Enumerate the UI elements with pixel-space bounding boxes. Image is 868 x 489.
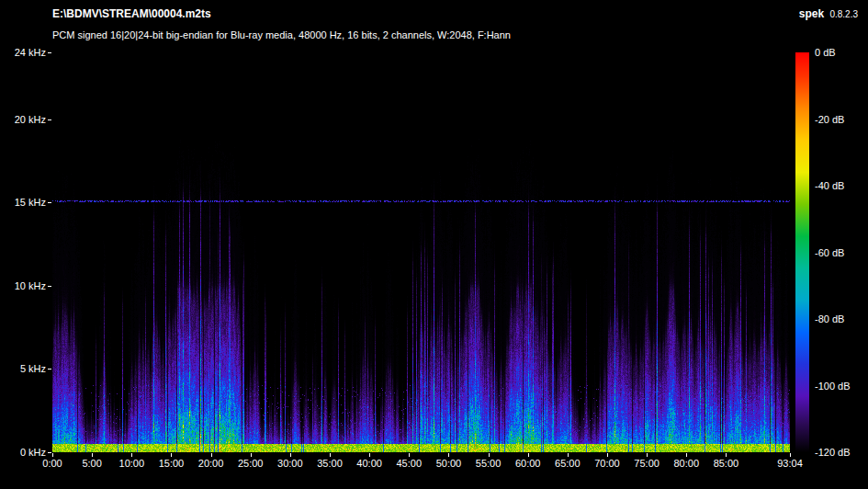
x-tick-mark (726, 453, 727, 457)
y-tick-mark (48, 52, 51, 53)
x-tick-mark (790, 453, 791, 457)
x-tick-label: 75:00 (634, 458, 659, 469)
app-name: spek (799, 7, 824, 20)
x-tick-mark (92, 453, 93, 457)
x-tick-label: 50:00 (436, 458, 462, 469)
x-tick-mark (647, 453, 648, 457)
db-legend-gradient-bar (795, 52, 809, 452)
format-info: PCM signed 16|20|24-bit big-endian for B… (52, 29, 511, 40)
spek-window: E:\BDMV\STREAM\00004.m2ts spek 0.8.2.3 P… (0, 0, 868, 489)
x-tick-mark (448, 453, 449, 457)
y-tick-label: 10 kHz (2, 280, 46, 291)
y-tick-label: 20 kHz (2, 114, 46, 125)
x-tick-label: 15:00 (159, 458, 185, 469)
x-tick-mark (686, 453, 687, 457)
x-tick-mark (290, 453, 291, 457)
x-tick-label: 93:04 (777, 458, 803, 469)
x-tick-mark (211, 453, 212, 457)
x-tick-label: 70:00 (594, 458, 620, 469)
x-tick-mark (568, 453, 569, 457)
y-tick-label: 15 kHz (2, 197, 46, 208)
x-tick-mark (528, 453, 529, 457)
x-tick-label: 60:00 (515, 458, 541, 469)
x-tick-label: 0:00 (42, 458, 62, 469)
x-tick-mark (251, 453, 252, 457)
x-tick-label: 85:00 (714, 458, 739, 469)
x-tick-label: 20:00 (198, 458, 224, 469)
file-path-title: E:\BDMV\STREAM\00004.m2ts (52, 7, 211, 20)
y-tick-mark (48, 286, 51, 287)
x-tick-mark (52, 453, 53, 457)
db-tick-label: -20 dB (815, 114, 844, 125)
x-tick-label: 30:00 (277, 458, 303, 469)
x-tick-label: 55:00 (476, 458, 502, 469)
x-tick-label: 65:00 (555, 458, 581, 469)
x-tick-label: 45:00 (397, 458, 423, 469)
x-tick-mark (330, 453, 331, 457)
y-tick-mark (48, 369, 51, 370)
x-tick-mark (369, 453, 370, 457)
x-tick-label: 5:00 (82, 458, 101, 469)
spectrogram-canvas (52, 52, 790, 452)
x-tick-label: 10:00 (119, 458, 145, 469)
y-tick-label: 5 kHz (2, 363, 46, 374)
x-tick-label: 25:00 (238, 458, 264, 469)
app-brand: spek 0.8.2.3 (799, 7, 858, 20)
db-tick-label: 0 dB (815, 47, 836, 58)
db-tick-label: -40 dB (815, 180, 844, 191)
x-tick-mark (171, 453, 172, 457)
db-tick-label: -100 dB (815, 381, 851, 392)
x-tick-mark (131, 453, 132, 457)
db-tick-label: -60 dB (815, 247, 844, 258)
x-tick-mark (409, 453, 410, 457)
y-tick-label: 0 kHz (2, 447, 46, 458)
y-tick-label: 24 kHz (2, 47, 46, 58)
x-tick-mark (607, 453, 608, 457)
y-tick-mark (48, 452, 51, 453)
x-tick-label: 40:00 (356, 458, 382, 469)
x-tick-label: 35:00 (317, 458, 343, 469)
app-version: 0.8.2.3 (829, 9, 858, 19)
x-tick-label: 80:00 (673, 458, 699, 469)
y-tick-mark (48, 202, 51, 203)
db-tick-label: -120 dB (815, 447, 851, 458)
x-tick-mark (489, 453, 490, 457)
y-tick-mark (48, 119, 51, 120)
db-tick-label: -80 dB (815, 313, 844, 324)
